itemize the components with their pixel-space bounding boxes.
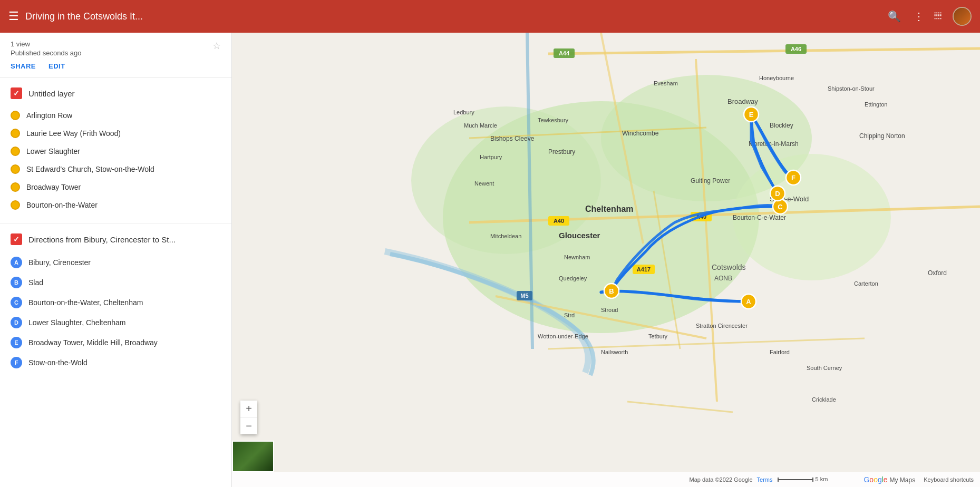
svg-text:C: C: [778, 203, 783, 211]
svg-text:Ledbury: Ledbury: [453, 109, 474, 115]
svg-text:Newent: Newent: [474, 180, 494, 187]
svg-text:Tewkesbury: Tewkesbury: [538, 117, 569, 123]
place-item-arlington-row[interactable]: Arlington Row: [11, 106, 221, 124]
svg-text:Hartpury: Hartpury: [480, 154, 502, 160]
sidebar: 1 view Published seconds ago ☆ SHARE EDI…: [0, 33, 232, 487]
svg-text:D: D: [775, 190, 780, 198]
map-svg: Cheltenham Gloucester Cotswolds AONB Bro…: [232, 33, 980, 487]
place-icon: [11, 200, 20, 210]
svg-text:Shipston-on-Stour: Shipston-on-Stour: [828, 85, 875, 92]
place-name: Arlington Row: [26, 111, 72, 120]
search-icon[interactable]: 🔍: [888, 10, 901, 23]
waypoint-badge-a: A: [11, 257, 22, 268]
map-area[interactable]: Cheltenham Gloucester Cotswolds AONB Bro…: [232, 33, 980, 487]
svg-text:Carterton: Carterton: [854, 280, 878, 287]
google-logo: Google My Maps: [863, 475, 915, 484]
terms-link[interactable]: Terms: [757, 476, 773, 483]
user-avatar[interactable]: [953, 7, 972, 26]
svg-text:Prestbury: Prestbury: [548, 148, 575, 155]
place-icon: [11, 164, 20, 174]
map-zoom-controls: + −: [240, 401, 257, 434]
waypoint-badge-d: D: [11, 317, 22, 328]
waypoint-item-f[interactable]: F Stow-on-the-Wold: [11, 353, 221, 373]
satellite-thumbnail[interactable]: [232, 441, 274, 472]
map-info-bar: 1 view Published seconds ago ☆ SHARE EDI…: [0, 33, 231, 78]
place-item-st-edwards[interactable]: St Edward's Church, Stow-on-the-Wold: [11, 160, 221, 178]
svg-text:A417: A417: [637, 266, 651, 272]
svg-text:Evesham: Evesham: [654, 80, 678, 86]
app-header: ☰ Driving in the Cotswolds It... 🔍 ⋮: [0, 0, 980, 33]
svg-text:Honeybourne: Honeybourne: [759, 75, 794, 81]
menu-icon[interactable]: ☰: [8, 9, 19, 23]
place-item-lower-slaughter[interactable]: Lower Slaughter: [11, 142, 221, 160]
waypoint-item-e[interactable]: E Broadway Tower, Middle Hill, Broadway: [11, 333, 221, 353]
edit-button[interactable]: EDIT: [48, 62, 65, 70]
more-options-icon[interactable]: ⋮: [914, 10, 924, 23]
svg-text:A46: A46: [791, 46, 801, 52]
place-item-bourton-water[interactable]: Bourton-on-the-Water: [11, 196, 221, 214]
svg-text:A: A: [746, 298, 751, 306]
layer-title: Untitled layer: [28, 89, 75, 98]
waypoint-badge-b: B: [11, 277, 22, 288]
svg-text:AONB: AONB: [714, 275, 732, 282]
svg-text:M5: M5: [520, 293, 528, 299]
share-button[interactable]: SHARE: [11, 62, 36, 70]
waypoint-item-b[interactable]: B Slad: [11, 272, 221, 293]
zoom-in-button[interactable]: +: [240, 401, 257, 417]
place-item-broadway-tower[interactable]: Broadway Tower: [11, 178, 221, 196]
svg-text:Broadway: Broadway: [727, 98, 758, 105]
waypoint-item-d[interactable]: D Lower Slaughter, Cheltenham: [11, 313, 221, 333]
waypoint-name-d: Lower Slaughter, Cheltenham: [28, 318, 125, 327]
svg-text:Bourton-C-e-Water: Bourton-C-e-Water: [733, 214, 786, 221]
svg-text:Ettington: Ettington: [865, 101, 887, 108]
svg-text:Blockley: Blockley: [770, 122, 793, 129]
svg-text:Much Marcle: Much Marcle: [464, 122, 497, 129]
published-time: Published seconds ago: [11, 49, 221, 57]
svg-text:Nailsworth: Nailsworth: [601, 349, 628, 355]
directions-title: Directions from Bibury, Cirencester to S…: [28, 235, 176, 244]
zoom-out-button[interactable]: −: [240, 417, 257, 434]
map-footer: Map data ©2022 Google Terms 5 km Google …: [232, 472, 980, 487]
place-name: St Edward's Church, Stow-on-the-Wold: [26, 165, 154, 173]
svg-text:South Cerney: South Cerney: [807, 365, 842, 371]
place-name: Bourton-on-the-Water: [26, 201, 98, 209]
waypoint-item-c[interactable]: C Bourton-on-the-Water, Cheltenham: [11, 293, 221, 313]
layer-header: Untitled layer: [0, 78, 231, 106]
waypoint-name-b: Slad: [28, 278, 43, 287]
svg-text:B: B: [609, 287, 614, 295]
waypoint-badge-f: F: [11, 357, 22, 368]
waypoint-item-a[interactable]: A Bibury, Cirencester: [11, 252, 221, 272]
place-name: Lower Slaughter: [26, 147, 80, 155]
apps-icon[interactable]: [933, 9, 944, 24]
place-name: Laurie Lee Way (Frith Wood): [26, 129, 121, 138]
waypoint-badge-e: E: [11, 337, 22, 348]
layer-checkbox[interactable]: [11, 87, 22, 99]
svg-text:Wotton-under-Edge: Wotton-under-Edge: [538, 333, 588, 339]
waypoint-name-f: Stow-on-the-Wold: [28, 358, 88, 367]
directions-section: Directions from Bibury, Cirencester to S…: [0, 223, 231, 381]
svg-text:Stratton Cirencester: Stratton Cirencester: [696, 323, 748, 329]
svg-text:Bishops Cleeve: Bishops Cleeve: [490, 135, 535, 142]
svg-text:Fairford: Fairford: [770, 349, 790, 355]
svg-text:Mitcheldean: Mitcheldean: [490, 233, 521, 239]
star-icon[interactable]: ☆: [212, 40, 221, 52]
svg-text:Guiting Power: Guiting Power: [691, 177, 730, 184]
svg-text:Oxford: Oxford: [928, 269, 947, 277]
svg-text:Quedgeley: Quedgeley: [559, 275, 587, 281]
waypoint-name-c: Bourton-on-the-Water, Cheltenham: [28, 298, 143, 307]
map-copyright: Map data ©2022 Google: [690, 476, 753, 483]
svg-text:Stroud: Stroud: [601, 307, 618, 313]
svg-text:A44: A44: [559, 50, 570, 56]
directions-checkbox[interactable]: [11, 233, 22, 245]
layer-section: Untitled layer Arlington Row Laurie Lee …: [0, 78, 231, 219]
place-name: Broadway Tower: [26, 183, 81, 191]
header-actions: 🔍 ⋮: [884, 7, 972, 26]
svg-text:E: E: [749, 111, 754, 119]
svg-text:Cheltenham: Cheltenham: [585, 204, 634, 213]
view-count: 1 view: [11, 40, 221, 48]
waypoint-badge-c: C: [11, 297, 22, 308]
app-title: Driving in the Cotswolds It...: [25, 11, 877, 22]
waypoint-list: A Bibury, Cirencester B Slad C Bourton-o…: [0, 252, 231, 381]
place-item-laurie-lee-way[interactable]: Laurie Lee Way (Frith Wood): [11, 124, 221, 142]
keyboard-shortcuts[interactable]: Keyboard shortcuts: [924, 476, 974, 483]
